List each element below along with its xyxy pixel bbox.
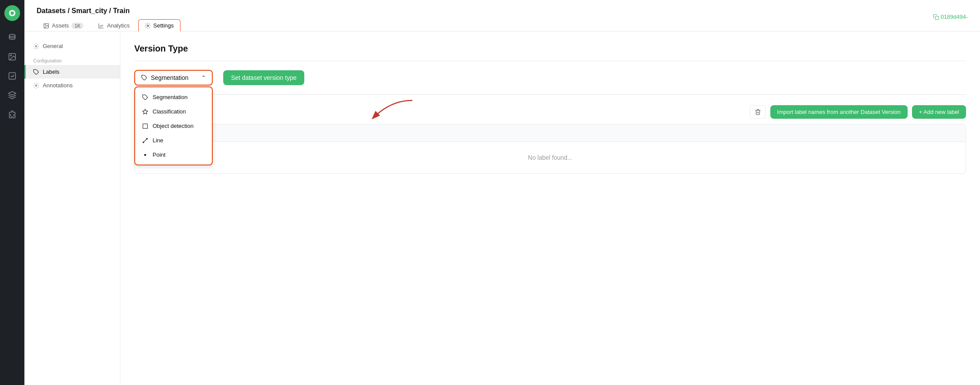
svg-point-1: [10, 11, 14, 14]
dropdown-item-line[interactable]: Line: [135, 133, 212, 148]
sidebar-icon-chart[interactable]: [4, 68, 20, 84]
labels-empty-message: No label found...: [135, 142, 966, 173]
labels-toolbar: Import label names from another Dataset …: [134, 105, 966, 119]
labels-count: 0 Label: [135, 124, 966, 142]
svg-point-12: [35, 85, 37, 86]
labels-icon: [33, 69, 39, 75]
import-label-button[interactable]: Import label names from another Dataset …: [770, 105, 908, 119]
svg-point-18: [143, 141, 144, 142]
header-right: 0189d494-: [933, 14, 968, 24]
svg-point-10: [35, 45, 37, 47]
assets-icon: [43, 23, 49, 29]
tab-assets[interactable]: Assets 1K: [37, 19, 90, 31]
settings-content: Version Type Segmentation ⌃: [120, 31, 980, 385]
svg-rect-9: [935, 16, 939, 20]
leftnav-section-configuration: Configuration: [24, 53, 120, 65]
analytics-icon: [98, 23, 104, 29]
dropdown-object-detection-icon: [142, 123, 148, 129]
dropdown-segmentation-icon: [142, 94, 148, 100]
sidebar-icon-layers[interactable]: [4, 87, 20, 103]
sidebar-icon-plugin[interactable]: [4, 107, 20, 122]
copy-icon: [933, 14, 939, 20]
version-type-dropdown: Segmentation ⌃ Segmentation: [134, 70, 213, 86]
sidebar-icon-image[interactable]: [4, 49, 20, 65]
svg-point-8: [147, 25, 149, 27]
leftnav-annotations[interactable]: Annotations: [24, 79, 120, 92]
header-left: Datasets / Smart_city / Train Assets 1K: [37, 7, 180, 31]
settings-tab-icon: [145, 23, 151, 29]
logo-icon: [7, 8, 17, 18]
header: Datasets / Smart_city / Train Assets 1K: [24, 0, 980, 31]
session-id: 0189d494-: [933, 14, 968, 20]
breadcrumb: Datasets / Smart_city / Train: [37, 7, 180, 15]
dropdown-button[interactable]: Segmentation ⌃: [134, 70, 213, 86]
svg-point-20: [144, 154, 146, 156]
tab-analytics[interactable]: Analytics: [92, 19, 136, 31]
dropdown-item-segmentation[interactable]: Segmentation: [135, 90, 212, 104]
sidebar: [0, 0, 24, 385]
leftnav-general[interactable]: General: [24, 39, 120, 53]
dropdown-line-icon: [142, 138, 148, 144]
sidebar-icon-database[interactable]: [4, 30, 20, 45]
version-type-row: Segmentation ⌃ Segmentation: [134, 70, 966, 95]
delete-label-button[interactable]: [750, 105, 766, 119]
main-area: Datasets / Smart_city / Train Assets 1K: [24, 0, 980, 385]
left-nav: General Configuration Labels Annotations: [24, 31, 120, 385]
dropdown-item-classification[interactable]: Classification: [135, 104, 212, 119]
svg-point-7: [45, 24, 46, 25]
svg-rect-16: [143, 124, 148, 128]
svg-marker-15: [143, 109, 148, 114]
svg-point-19: [146, 138, 147, 139]
app-logo[interactable]: [4, 5, 20, 21]
content: General Configuration Labels Annotations: [24, 31, 980, 385]
general-icon: [33, 43, 39, 49]
assets-badge: 1K: [71, 23, 83, 29]
svg-line-17: [143, 138, 147, 142]
svg-point-4: [10, 55, 11, 56]
add-label-button[interactable]: + Add new label: [912, 105, 966, 119]
svg-point-2: [9, 34, 15, 37]
trash-icon: [755, 109, 761, 115]
tabs: Assets 1K Analytics: [37, 19, 180, 31]
set-version-button[interactable]: Set dataset version type: [223, 70, 304, 85]
dropdown-classification-icon: [142, 109, 148, 115]
chevron-up-icon: ⌃: [201, 75, 206, 81]
dropdown-btn-left: Segmentation: [141, 74, 188, 81]
leftnav-labels[interactable]: Labels: [24, 65, 120, 79]
tab-settings[interactable]: Settings: [138, 19, 180, 31]
dropdown-point-icon: [142, 152, 148, 158]
dropdown-item-object-detection[interactable]: Object detection: [135, 119, 212, 133]
labels-table: 0 Label No label found...: [134, 124, 966, 174]
segmentation-icon: [141, 75, 147, 81]
section-title: Version Type: [134, 44, 966, 61]
dropdown-item-point[interactable]: Point: [135, 148, 212, 162]
dropdown-menu: Segmentation Classification: [134, 86, 213, 165]
annotations-icon: [33, 82, 39, 89]
